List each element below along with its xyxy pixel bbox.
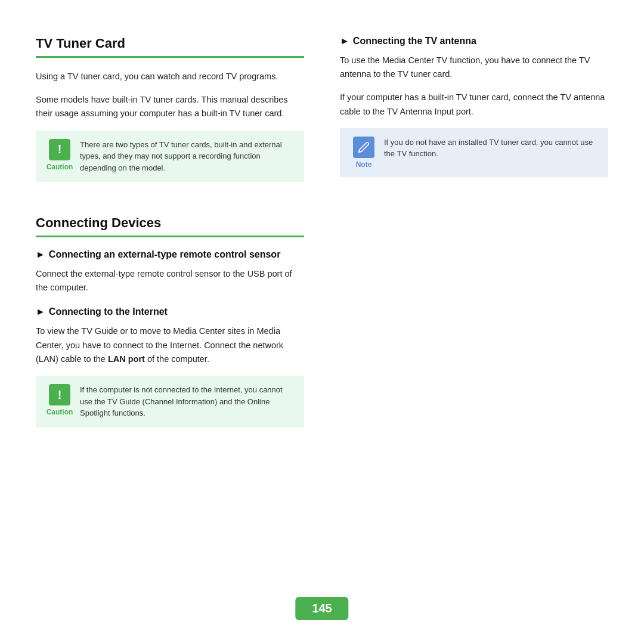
note-icon — [353, 137, 374, 158]
tv-tuner-title: TV Tuner Card — [36, 36, 304, 58]
tv-antenna-para2: If your computer has a built-in TV tuner… — [340, 91, 608, 118]
caution-icon: ! — [49, 139, 70, 160]
left-column: TV Tuner Card Using a TV tuner card, you… — [36, 36, 304, 497]
note-icon-wrap: Note — [349, 137, 378, 169]
caution-label: Caution — [47, 163, 73, 171]
note-label: Note — [356, 160, 372, 169]
tv-tuner-section: TV Tuner Card Using a TV tuner card, you… — [36, 36, 304, 196]
arrow-icon-3: ► — [340, 36, 349, 47]
external-remote-subsection: ► Connecting an external-type remote con… — [36, 249, 304, 295]
internet-caution-icon: ! — [49, 384, 70, 405]
internet-title: ► Connecting to the Internet — [36, 306, 304, 317]
arrow-icon-2: ► — [36, 306, 45, 317]
internet-caution-box: ! Caution If the computer is not connect… — [36, 376, 304, 428]
internet-caution-text: If the computer is not connected to the … — [80, 384, 295, 419]
page-number: 145 — [295, 597, 348, 620]
right-column: ► Connecting the TV antenna To use the M… — [340, 36, 608, 497]
note-box: Note If you do not have an installed TV … — [340, 128, 608, 177]
internet-subsection: ► Connecting to the Internet To view the… — [36, 306, 304, 427]
connecting-devices-section: Connecting Devices ► Connecting an exter… — [36, 215, 304, 441]
internet-caution-icon-wrap: ! Caution — [45, 384, 74, 416]
caution-text: There are two types of TV tuner cards, b… — [80, 139, 295, 174]
tv-tuner-caution-box: ! Caution There are two types of TV tune… — [36, 131, 304, 182]
note-text: If you do not have an installed TV tuner… — [384, 137, 599, 160]
tv-tuner-para1: Using a TV tuner card, you can watch and… — [36, 70, 304, 83]
tv-tuner-para2: Some models have built-in TV tuner cards… — [36, 93, 304, 120]
external-remote-title: ► Connecting an external-type remote con… — [36, 249, 304, 260]
connecting-devices-title: Connecting Devices — [36, 215, 304, 237]
tv-antenna-para1: To use the Media Center TV function, you… — [340, 54, 608, 81]
tv-antenna-title: ► Connecting the TV antenna — [340, 36, 608, 47]
internet-body: To view the TV Guide or to move to Media… — [36, 324, 304, 366]
tv-antenna-subsection: ► Connecting the TV antenna To use the M… — [340, 36, 608, 191]
internet-caution-label: Caution — [47, 408, 73, 416]
external-remote-body: Connect the external-type remote control… — [36, 267, 304, 295]
caution-icon-wrap: ! Caution — [45, 139, 74, 171]
arrow-icon-1: ► — [36, 249, 45, 260]
